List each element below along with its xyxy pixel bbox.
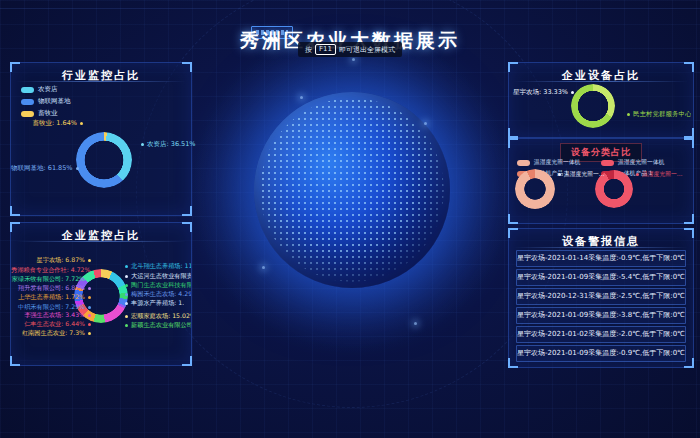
glow-dot (352, 58, 355, 61)
pie-label: 家绿禾牧有限公司: 7.72% (11, 275, 91, 284)
alarm-row: 星宇农场-2021-01-14采集温度:-0.9℃,低于下限:0℃ (516, 250, 686, 267)
hint-suffix: 即可退出全屏模式 (339, 45, 395, 55)
globe-dot-map (260, 98, 444, 282)
chart-legend: 农资店 物联网基地 畜牧业 (21, 85, 71, 121)
legend-swatch (517, 160, 530, 166)
alarm-row: 星宇农场-2021-01-02采集温度:-2.0℃,低于下限:0℃ (516, 326, 686, 343)
pie-label: 北斗翔生态养殖场: 11.16% (125, 262, 191, 271)
pie-label: 宏顺家庭农场: 15.02% (125, 312, 191, 321)
pie-label: 物联网基地: 61.85% (11, 164, 75, 173)
legend-swatch (21, 111, 34, 117)
title-underline (514, 247, 688, 248)
panel-title: 行业监控占比 (11, 63, 191, 83)
pie-label: 丰源水产养殖场: 1. (125, 299, 184, 308)
pie-label: 大运河生态牧业有限责任公 (125, 272, 191, 281)
legend-label: 温湿度光照一体机 (618, 158, 664, 167)
industry-donut-chart (76, 132, 132, 188)
legend-item: 温湿度光照一体机 (601, 158, 664, 167)
alarm-row: 星宇农场-2021-01-09采集温度:-3.8℃,低于下限:0℃ (516, 307, 686, 324)
pie-label: 梅园禾生态农场: 4.29 (125, 290, 191, 299)
fullscreen-hint: 按 F11 即可退出全屏模式 (298, 42, 402, 57)
legend-label: 农资店 (38, 85, 58, 94)
pie-label: 畜牧业: 1.64% (21, 119, 83, 128)
pie-label: 温湿度光照一… (558, 170, 605, 179)
pie-label: 星宇农场: 6.87% (11, 256, 91, 265)
legend-label: 畜牧业 (38, 109, 58, 118)
alarm-row: 星宇农场-2020-12-31采集温度:-2.5℃,低于下限:0℃ (516, 288, 686, 305)
alarm-row: 星宇农场-2021-01-09采集温度:-0.9℃,低于下限:0℃ (516, 345, 686, 362)
legend-swatch (21, 99, 34, 105)
pie-label: 新颖生态农业有限公司: 6.87% (125, 321, 191, 330)
panel-device-category: 设备分类占比 温湿度光照一体机 一体机产品 1 温湿度光照一体机 一体机产品 1… (508, 138, 694, 224)
legend-item: 物联网基地 (21, 97, 71, 106)
pie-label: 翔升发有限公司: 6.87% (11, 284, 91, 293)
legend-item: 畜牧业 (21, 109, 71, 118)
panel-title: 设备警报信息 (509, 229, 693, 249)
legend-swatch (601, 160, 614, 166)
globe-visualization (254, 92, 450, 288)
panel-title: 企业设备占比 (509, 63, 693, 83)
title-underline (16, 81, 186, 82)
glow-dot (300, 96, 303, 99)
pie-label: 李强生态农场: 3.43% (11, 311, 91, 320)
pie-label: 陶门生态农业科技有限公 (125, 281, 191, 290)
pie-label: 农资店: 36.51% (141, 140, 196, 149)
panel-enterprise-device: 企业设备占比 星宇农场: 33.33% 民主村党群服务中心… (508, 62, 694, 138)
legend-swatch (21, 87, 34, 93)
pie-label: 温湿度光照一… (636, 170, 683, 179)
pie-label: 星宇农场: 33.33% (513, 88, 569, 97)
legend-item: 温湿度光照一体机 (517, 158, 580, 167)
panel-enterprise-monitor: 企业监控占比 星宇农场: 6.87% 秀湖粮食专业合作社: 4.72% 家绿禾牧… (10, 222, 192, 366)
title-underline (16, 241, 186, 242)
pie-label: 秀湖粮食专业合作社: 4.72% (11, 266, 91, 275)
legend-label: 温湿度光照一体机 (534, 158, 580, 167)
f11-key: F11 (315, 44, 336, 55)
pie-label: 仁丰生态农业: 6.44% (11, 320, 91, 329)
pie-label: 民主村党群服务中心… (627, 110, 691, 119)
pie-label: 红南园生态农业: 7.3% (11, 329, 91, 338)
glow-dot (262, 266, 265, 269)
category-donut-chart-a (515, 169, 555, 209)
pie-label: 上华生态养殖场: 1.72% (11, 293, 91, 302)
alarm-row: 星宇农场-2021-01-09采集温度:-5.4℃,低于下限:0℃ (516, 269, 686, 286)
panel-title: 企业监控占比 (11, 223, 191, 243)
glow-dot (424, 122, 427, 125)
dashboard: 秀洲区农业大数据展示 按 F11 即可退出全屏模式 行业监控占比 农资店 物联网… (0, 0, 700, 438)
glow-dot (414, 322, 417, 325)
hint-prefix: 按 (305, 45, 312, 55)
legend-item: 农资店 (21, 85, 71, 94)
title-underline (514, 81, 688, 82)
panel-device-alarms: 设备警报信息 星宇农场-2021-01-14采集温度:-0.9℃,低于下限:0℃… (508, 228, 694, 368)
legend-label: 物联网基地 (38, 97, 71, 106)
panel-industry-monitor: 行业监控占比 农资店 物联网基地 畜牧业 畜牧业: 1.64% 农资店: 36.… (10, 62, 192, 216)
device-donut-chart (571, 84, 615, 128)
